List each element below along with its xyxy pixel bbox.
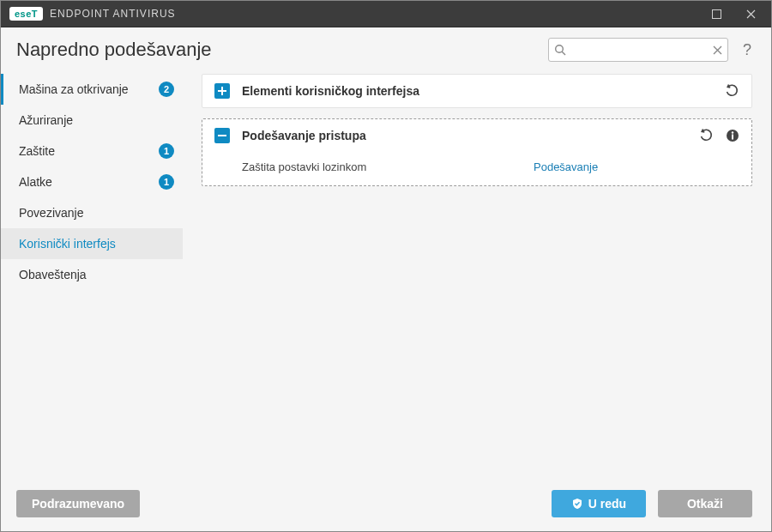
- sidebar-item-detection-engine[interactable]: Mašina za otkrivanje 2: [1, 74, 183, 105]
- cancel-button[interactable]: Otkaži: [658, 490, 752, 517]
- footer: Podrazumevano U redu Otkaži: [1, 480, 771, 531]
- window-maximize-button[interactable]: [699, 1, 733, 27]
- shield-icon: [571, 498, 583, 510]
- sidebar-item-update[interactable]: Ažuriranje: [1, 105, 183, 136]
- svg-line-2: [562, 51, 565, 55]
- close-icon: [746, 9, 756, 19]
- square-icon: [712, 9, 721, 19]
- collapse-toggle[interactable]: [214, 128, 230, 143]
- section-title: Podešavanje pristupa: [242, 129, 699, 142]
- ok-button[interactable]: U redu: [552, 490, 646, 517]
- setting-label: Zaštita postavki lozinkom: [242, 160, 534, 173]
- search-field-wrap[interactable]: [548, 38, 728, 62]
- badge-count: 1: [159, 143, 174, 159]
- product-name: ENDPOINT ANTIVIRUS: [50, 8, 175, 20]
- plus-icon: [217, 86, 227, 96]
- x-icon: [713, 45, 722, 55]
- info-button[interactable]: [726, 129, 739, 142]
- section-ui-elements: Elementi korisničkog interfejsa: [202, 74, 752, 108]
- titlebar: eseT ENDPOINT ANTIVIRUS: [1, 1, 771, 27]
- body: Mašina za otkrivanje 2 Ažuriranje Zaštit…: [1, 70, 771, 480]
- ok-button-label: U redu: [588, 497, 626, 511]
- sidebar: Mašina za otkrivanje 2 Ažuriranje Zaštit…: [1, 70, 183, 480]
- sidebar-item-label: Obaveštenja: [19, 268, 174, 281]
- defaults-button[interactable]: Podrazumevano: [16, 490, 140, 517]
- section-header[interactable]: Podešavanje pristupa: [202, 119, 751, 152]
- expand-toggle[interactable]: [214, 83, 230, 99]
- setting-row-password-protection: Zaštita postavki lozinkom Podešavanje: [202, 152, 751, 185]
- search-icon: [554, 44, 566, 56]
- sidebar-item-label: Zaštite: [19, 144, 154, 158]
- sidebar-item-label: Ažuriranje: [19, 113, 174, 127]
- undo-button[interactable]: [699, 129, 714, 143]
- help-button[interactable]: ?: [739, 41, 756, 59]
- sidebar-item-tools[interactable]: Alatke 1: [1, 166, 183, 197]
- sidebar-item-protections[interactable]: Zaštite 1: [1, 136, 183, 166]
- badge-count: 1: [159, 174, 174, 190]
- section-title: Elementi korisničkog interfejsa: [242, 84, 725, 98]
- sidebar-item-label: Korisnički interfejs: [19, 237, 174, 251]
- svg-point-4: [732, 131, 733, 133]
- setting-link[interactable]: Podešavanje: [534, 160, 598, 173]
- page-title: Napredno podešavanje: [16, 39, 212, 61]
- sidebar-item-user-interface[interactable]: Korisnički interfejs: [1, 228, 183, 259]
- info-icon: [726, 129, 739, 142]
- sidebar-item-connectivity[interactable]: Povezivanje: [1, 197, 183, 228]
- section-access-setup: Podešavanje pristupa Zaštita postavki lo…: [202, 118, 752, 186]
- sidebar-item-label: Alatke: [19, 175, 154, 189]
- brand-badge: eseT: [9, 7, 43, 21]
- sidebar-item-label: Povezivanje: [19, 206, 174, 220]
- window-close-button[interactable]: [733, 1, 768, 27]
- section-header[interactable]: Elementi korisničkog interfejsa: [202, 75, 751, 107]
- minus-icon: [217, 130, 227, 141]
- undo-icon: [699, 129, 714, 143]
- svg-rect-0: [712, 9, 721, 18]
- svg-rect-5: [732, 135, 733, 140]
- badge-count: 2: [159, 82, 174, 97]
- search-input[interactable]: [566, 44, 713, 57]
- main-panel: Elementi korisničkog interfejsa Podešava…: [183, 70, 771, 480]
- header-row: Napredno podešavanje ?: [1, 27, 771, 70]
- sidebar-item-label: Mašina za otkrivanje: [19, 82, 154, 96]
- clear-search-button[interactable]: [713, 45, 722, 55]
- sidebar-item-notifications[interactable]: Obaveštenja: [1, 259, 183, 290]
- svg-point-1: [556, 45, 564, 53]
- undo-icon: [725, 84, 739, 99]
- undo-button[interactable]: [725, 84, 739, 99]
